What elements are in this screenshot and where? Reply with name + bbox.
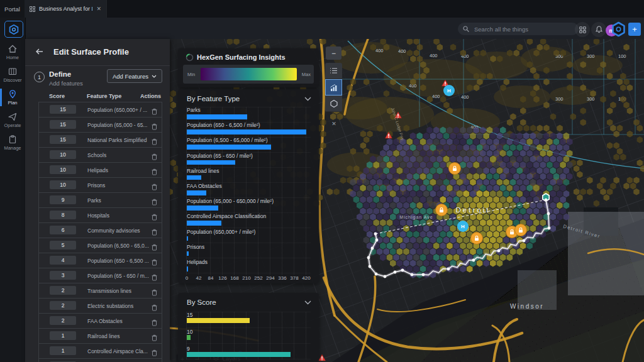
sidebar-item-operate[interactable]: Operate — [0, 109, 25, 131]
delete-feature-button[interactable] — [152, 197, 157, 208]
delete-feature-button[interactable] — [152, 257, 157, 268]
feature-bar[interactable] — [187, 266, 188, 272]
delete-feature-button[interactable] — [152, 227, 157, 238]
score-field[interactable]: 5 — [50, 241, 76, 250]
col-actions: Actions — [140, 93, 161, 99]
feature-type-label: Hospitals — [87, 212, 109, 219]
map-toolbar-close-button[interactable]: ✕ — [330, 119, 338, 128]
score-field[interactable]: 10 — [50, 180, 76, 189]
hexbin-toggle-button[interactable] — [325, 96, 342, 112]
home-icon — [8, 44, 18, 54]
feature-bar[interactable] — [187, 114, 247, 119]
score-field[interactable]: 8 — [50, 211, 76, 219]
score-field[interactable]: 6 — [50, 226, 76, 234]
feature-bar-row: Prisons — [186, 244, 311, 259]
score-field[interactable]: 3 — [50, 271, 76, 280]
score-bar[interactable] — [187, 352, 291, 357]
delete-feature-button[interactable] — [152, 272, 157, 283]
score-field[interactable]: 10 — [50, 150, 76, 159]
app-logo-button[interactable] — [4, 21, 23, 38]
brand-hexagon-logo[interactable] — [610, 21, 627, 38]
score-field[interactable]: 15 — [50, 135, 76, 144]
score-field[interactable]: 2 — [50, 301, 76, 310]
feature-type-label: Electric substations — [87, 303, 133, 309]
apps-grid-icon — [579, 26, 586, 33]
add-features-button[interactable]: Add Features — [107, 69, 162, 83]
score-field[interactable]: 4 — [50, 256, 76, 265]
score-field[interactable]: 10 — [50, 165, 76, 174]
delete-feature-button[interactable] — [152, 136, 157, 148]
delete-feature-button[interactable] — [152, 182, 157, 193]
score-field[interactable]: 2 — [50, 316, 76, 325]
feature-bar[interactable] — [187, 206, 218, 211]
delete-feature-button[interactable] — [152, 317, 157, 329]
advisory-marker[interactable] — [436, 204, 448, 216]
tab-business-analyst[interactable]: Business Analyst for Drones ✕ — [25, 0, 107, 18]
advisory-marker[interactable] — [449, 163, 461, 175]
delete-feature-button[interactable] — [152, 121, 157, 133]
feature-type-label: Population (65,000 - 65... — [87, 122, 147, 128]
helipad-marker[interactable]: H — [457, 221, 469, 232]
score-bar[interactable] — [187, 318, 250, 323]
advisory-marker[interactable] — [515, 224, 527, 236]
delete-feature-button[interactable] — [152, 106, 157, 118]
global-search[interactable] — [458, 23, 579, 35]
feature-bar[interactable] — [187, 221, 221, 226]
feature-bar-row: Railroad lines — [186, 168, 311, 183]
sidebar-item-discover[interactable]: Discover — [0, 64, 25, 85]
helipad-marker[interactable]: H — [443, 85, 455, 96]
score-field[interactable]: 15 — [50, 105, 76, 114]
delete-feature-button[interactable] — [152, 151, 157, 163]
discover-icon — [8, 67, 18, 77]
feature-bar[interactable] — [187, 190, 206, 195]
advisory-marker[interactable] — [471, 233, 483, 244]
feature-bar[interactable] — [187, 145, 271, 150]
add-new-button[interactable]: + — [628, 23, 641, 36]
insights-chart-button[interactable] — [325, 79, 342, 96]
delete-feature-button[interactable] — [152, 348, 157, 359]
score-field[interactable]: 1 — [50, 331, 76, 340]
back-arrow-icon[interactable] — [35, 47, 44, 56]
axis-tick-label: 378 — [290, 275, 298, 281]
search-input[interactable] — [473, 25, 570, 33]
feature-bar[interactable] — [187, 251, 189, 256]
trash-icon — [152, 108, 157, 115]
feature-bar[interactable] — [187, 160, 235, 165]
map-toolbar-collapse-button[interactable]: − — [326, 47, 341, 60]
hexgen-header-card: HexGen Surfacing Insights Min Max — [178, 48, 319, 87]
axis-tick-label: 420 — [302, 275, 310, 281]
feature-bar[interactable] — [187, 236, 188, 241]
bell-icon — [596, 26, 602, 33]
chevron-down-icon[interactable] — [304, 97, 311, 101]
app-launcher-button[interactable] — [575, 22, 590, 37]
score-bar[interactable] — [187, 335, 191, 340]
score-field[interactable]: 15 — [50, 120, 76, 129]
table-row: 1Railroad lines — [38, 328, 162, 344]
sidebar-item-home[interactable]: Home — [0, 41, 25, 63]
delete-feature-button[interactable] — [152, 212, 157, 223]
delete-feature-button[interactable] — [152, 242, 157, 253]
tab-portal[interactable]: Portal — [0, 0, 25, 18]
sidebar-item-plan[interactable]: Plan — [0, 87, 25, 108]
trash-icon — [152, 334, 157, 341]
sidebar-item-manage[interactable]: Manage — [0, 132, 25, 153]
bar-label: Population (6,500 - 65,000 / mile²) — [187, 137, 268, 143]
delete-feature-button[interactable] — [152, 302, 157, 314]
score-field[interactable]: 2 — [50, 286, 76, 295]
feature-bar[interactable] — [187, 175, 201, 180]
sidebar-item-label: Plan — [8, 100, 17, 106]
delete-feature-button[interactable] — [152, 332, 157, 344]
chevron-down-icon[interactable] — [304, 300, 311, 305]
tab-close-icon[interactable]: ✕ — [96, 6, 101, 12]
panel-title: Edit Surface Profile — [53, 47, 129, 57]
notifications-button[interactable] — [591, 22, 606, 37]
trash-icon — [152, 289, 157, 296]
delete-feature-button[interactable] — [152, 167, 157, 178]
score-field[interactable]: 9 — [50, 195, 76, 204]
delete-feature-button[interactable] — [152, 287, 157, 299]
feature-bar[interactable] — [187, 129, 306, 134]
legend-list-button[interactable] — [325, 63, 342, 79]
bar-label: Prisons — [187, 244, 204, 250]
score-field[interactable]: 1 — [50, 346, 76, 355]
bar-label: Railroad lines — [187, 168, 219, 174]
